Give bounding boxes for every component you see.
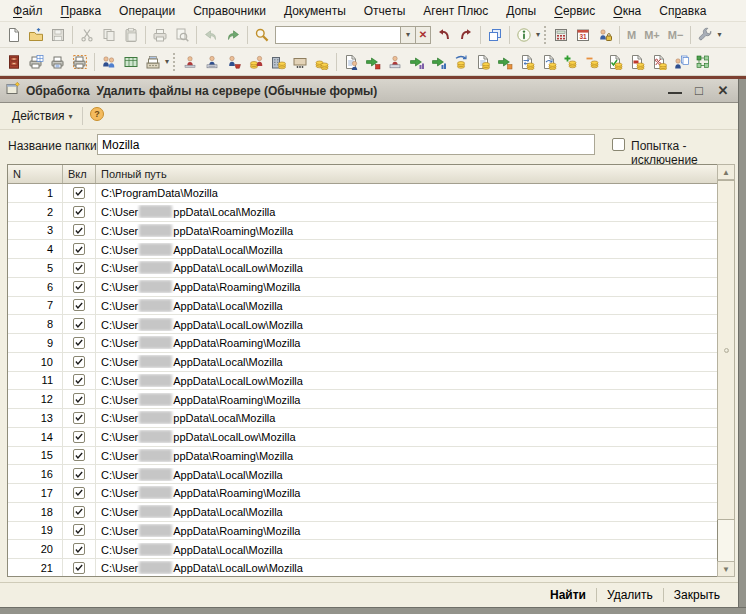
table-row[interactable]: 20C:\UserAppData\Local\Mozilla bbox=[8, 540, 717, 559]
footer-button-найти[interactable]: Найти bbox=[540, 586, 596, 604]
folder-name-input[interactable] bbox=[97, 134, 595, 155]
menu-правка[interactable]: Правка bbox=[52, 2, 111, 20]
menu-файл[interactable]: Файл bbox=[4, 2, 52, 20]
toolbar2-document-person-button[interactable] bbox=[340, 51, 362, 73]
toolbar2-upload-orange-button[interactable] bbox=[494, 51, 516, 73]
toolbar1-find-previous-button[interactable] bbox=[433, 24, 455, 46]
table-row[interactable]: 6C:\UserAppData\Roaming\Mozilla bbox=[8, 278, 717, 297]
table-row[interactable]: 14C:\UserppData\LocalLow\Mozilla bbox=[8, 428, 717, 447]
row-checkbox[interactable] bbox=[73, 487, 85, 499]
menu-справочники[interactable]: Справочники bbox=[184, 2, 275, 20]
table-row[interactable]: 3C:\UserppData\Roaming\Mozilla bbox=[8, 222, 717, 241]
table-row[interactable]: 9C:\UserAppData\Roaming\Mozilla bbox=[8, 334, 717, 353]
table-row[interactable]: 18C:\UserAppData\Local\Mozilla bbox=[8, 503, 717, 522]
minimize-button[interactable]: _ bbox=[668, 84, 682, 94]
row-checkbox[interactable] bbox=[73, 299, 85, 311]
table-row[interactable]: 5C:\UserAppData\LocalLow\Mozilla bbox=[8, 259, 717, 278]
table-row[interactable]: 17C:\UserAppData\Roaming\Mozilla bbox=[8, 484, 717, 503]
row-checkbox[interactable] bbox=[73, 449, 85, 461]
menu-операции[interactable]: Операции bbox=[110, 2, 184, 20]
row-checkbox[interactable] bbox=[73, 431, 85, 443]
toolbar2-print-document-button[interactable] bbox=[47, 51, 69, 73]
row-checkbox[interactable] bbox=[73, 506, 85, 518]
toolbar1-button-m[interactable]: M bbox=[623, 29, 640, 41]
table-row[interactable]: 16C:\UserAppData\Local\Mozilla bbox=[8, 465, 717, 484]
toolbar2-doc-refresh-coins-button[interactable] bbox=[538, 51, 560, 73]
toolbar1-find-next-button[interactable] bbox=[455, 24, 477, 46]
menu-допы[interactable]: Допы bbox=[497, 2, 545, 20]
table-row[interactable]: 12C:\UserAppData\Roaming\Mozilla bbox=[8, 390, 717, 409]
row-checkbox[interactable] bbox=[73, 243, 85, 255]
chevron-down-icon[interactable]: ▾ bbox=[536, 30, 540, 39]
menu-сервис[interactable]: Сервис bbox=[545, 2, 604, 20]
toolbar2-print-table-button[interactable] bbox=[25, 51, 47, 73]
toolbar2-coins-stack-button[interactable] bbox=[311, 51, 333, 73]
row-checkbox[interactable] bbox=[73, 562, 85, 574]
table-row[interactable]: 8C:\UserAppData\LocalLow\Mozilla bbox=[8, 315, 717, 334]
toolbar2-upload-blue-button[interactable] bbox=[428, 51, 450, 73]
table-row[interactable]: 4C:\UserAppData\Local\Mozilla bbox=[8, 240, 717, 259]
column-header-1[interactable]: Вкл bbox=[63, 165, 96, 183]
row-checkbox[interactable] bbox=[73, 318, 85, 330]
row-checkbox[interactable] bbox=[73, 337, 85, 349]
row-checkbox[interactable] bbox=[73, 524, 85, 536]
toolbar1-cut-button[interactable] bbox=[76, 24, 98, 46]
toolbar2-document-coins-button[interactable] bbox=[472, 51, 494, 73]
toolbar1-copy-button[interactable] bbox=[98, 24, 120, 46]
toolbar1-undo-button[interactable] bbox=[200, 24, 222, 46]
toolbar2-person-cart-button[interactable] bbox=[223, 51, 245, 73]
scrollbar-track[interactable] bbox=[718, 520, 734, 561]
toolbar1-calendar-button[interactable]: 31 bbox=[572, 24, 594, 46]
table-row[interactable]: 15C:\UserppData\Roaming\Mozilla bbox=[8, 447, 717, 466]
toolbar1-print-preview-button[interactable] bbox=[171, 24, 193, 46]
toolbar2-print-dashed-button[interactable] bbox=[69, 51, 91, 73]
actions-menu-button[interactable]: Действия ▾ bbox=[6, 106, 79, 126]
menu-агент-плюс[interactable]: Агент Плюс bbox=[414, 2, 497, 20]
row-checkbox[interactable] bbox=[73, 206, 85, 218]
toolbar2-structure-grid-button[interactable] bbox=[692, 51, 714, 73]
table-row[interactable]: 10C:\UserAppData\Local\Mozilla bbox=[8, 353, 717, 372]
search-clear-button[interactable]: ✕ bbox=[416, 26, 431, 44]
toolbar2-cash-register-button[interactable] bbox=[142, 51, 164, 73]
column-header-2[interactable]: Полный путь bbox=[96, 165, 717, 183]
scroll-up-button[interactable]: ▲ bbox=[717, 164, 735, 180]
row-checkbox[interactable] bbox=[73, 393, 85, 405]
toolbar1-find-button[interactable] bbox=[251, 24, 273, 46]
toolbar2-archive-cabinet-button[interactable] bbox=[3, 51, 25, 73]
row-checkbox[interactable] bbox=[73, 412, 85, 424]
scrollbar-thumb[interactable] bbox=[717, 180, 735, 520]
quick-search-input[interactable] bbox=[275, 26, 401, 44]
toolbar1-button-m[interactable]: M+ bbox=[640, 29, 664, 41]
toolbar2-coins-add-button[interactable] bbox=[560, 51, 582, 73]
chevron-down-icon[interactable]: ▾ bbox=[717, 30, 721, 39]
chevron-down-icon[interactable]: ▾ bbox=[165, 57, 169, 66]
toolbar2-person-keyboard-button[interactable] bbox=[384, 51, 406, 73]
row-checkbox[interactable] bbox=[73, 187, 85, 199]
toolbar2-doc-check-coins-button[interactable] bbox=[604, 51, 626, 73]
maximize-button[interactable]: □ bbox=[692, 84, 706, 98]
row-checkbox[interactable] bbox=[73, 468, 85, 480]
toolbar1-paste-button[interactable] bbox=[120, 24, 142, 46]
toolbar2-building-coins-button[interactable] bbox=[267, 51, 289, 73]
toolbar1-info-button[interactable] bbox=[513, 24, 535, 46]
toolbar1-new-document-button[interactable] bbox=[3, 24, 25, 46]
toolbar1-user-permissions-button[interactable] bbox=[594, 24, 616, 46]
row-checkbox[interactable] bbox=[73, 262, 85, 274]
search-dropdown-button[interactable]: ▾ bbox=[401, 26, 416, 44]
footer-button-закрыть[interactable]: Закрыть bbox=[664, 586, 730, 604]
table-row[interactable]: 7C:\UserAppData\Local\Mozilla bbox=[8, 297, 717, 316]
toolbar2-upload-purple-button[interactable] bbox=[406, 51, 428, 73]
scroll-down-button[interactable]: ▼ bbox=[717, 561, 735, 577]
table-row[interactable]: 1C:\ProgramData\Mozilla bbox=[8, 184, 717, 203]
toolbar2-payroll-table-button[interactable] bbox=[120, 51, 142, 73]
toolbar2-upload-cube-button[interactable] bbox=[362, 51, 384, 73]
toolbar1-save-button[interactable] bbox=[47, 24, 69, 46]
toolbar2-person-red-button[interactable] bbox=[179, 51, 201, 73]
toolbar1-button-m[interactable]: M− bbox=[664, 29, 688, 41]
row-checkbox[interactable] bbox=[73, 224, 85, 236]
toolbar2-doc-percent-coins-button[interactable] bbox=[648, 51, 670, 73]
menu-справка[interactable]: Справка bbox=[650, 2, 715, 20]
table-row[interactable]: 13C:\UserppData\Local\Mozilla bbox=[8, 409, 717, 428]
toolbar2-person-documents-button[interactable] bbox=[670, 51, 692, 73]
toolbar2-doc-transfer-coins-button[interactable] bbox=[516, 51, 538, 73]
